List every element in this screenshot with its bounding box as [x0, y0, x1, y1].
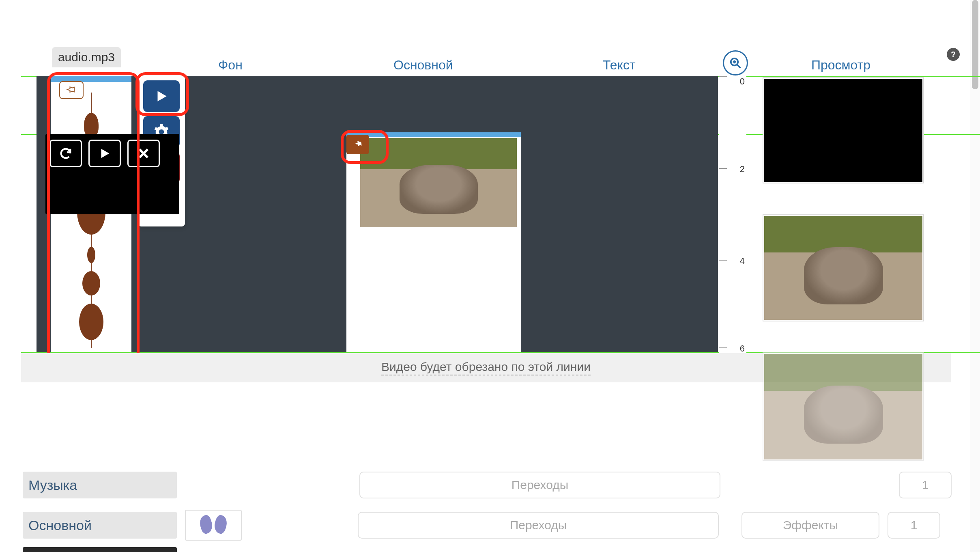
play-button[interactable]: [143, 80, 180, 112]
tab-audio[interactable]: audio.mp3: [52, 47, 121, 67]
pin-button-audio[interactable]: [59, 81, 84, 99]
preview-frame-1[interactable]: [763, 77, 924, 183]
column-header-background[interactable]: Фон: [218, 58, 243, 73]
main-track-clip[interactable]: [346, 132, 521, 352]
clip-thumbnail: [360, 138, 517, 227]
pin-button-main[interactable]: [346, 135, 369, 154]
transitions-button-main[interactable]: Переходы: [358, 512, 719, 539]
preview-frame-3[interactable]: [763, 352, 924, 461]
transitions-button-music[interactable]: Переходы: [359, 472, 720, 498]
time-ruler: 0 2 4 6 6.300: [719, 76, 746, 360]
effects-button-main[interactable]: Эффекты: [741, 512, 879, 539]
play-button-popup[interactable]: [88, 140, 121, 167]
time-tick: 4: [740, 256, 745, 266]
time-tick: 0: [740, 76, 745, 87]
close-button-popup[interactable]: [127, 140, 160, 167]
column-header-text[interactable]: Текст: [603, 58, 636, 73]
clip-context-menu: [45, 134, 179, 214]
preview-frame-2[interactable]: [763, 214, 924, 321]
track-label-music[interactable]: Музыка: [23, 472, 177, 498]
clip-thumbnail-small[interactable]: [185, 510, 242, 541]
help-button-top[interactable]: ?: [947, 48, 960, 61]
page-scrollbar[interactable]: [970, 0, 980, 552]
collapsed-track-bar[interactable]: [23, 547, 177, 552]
column-header-main[interactable]: Основной: [393, 58, 453, 73]
audio-track[interactable]: [51, 76, 131, 352]
track-label-main[interactable]: Основной: [23, 512, 177, 539]
refresh-button[interactable]: [49, 140, 82, 167]
column-header-preview: Просмотр: [811, 58, 870, 73]
time-tick: 6: [740, 343, 745, 354]
zoom-in-button[interactable]: [723, 50, 748, 75]
cut-line-message[interactable]: Видео будет обрезано по этой линии: [381, 360, 591, 375]
svg-line-1: [737, 65, 741, 68]
main-track-handle[interactable]: [346, 132, 521, 137]
track-count-music[interactable]: 1: [899, 472, 952, 498]
track-count-main[interactable]: 1: [888, 512, 940, 539]
time-tick: 2: [740, 164, 745, 175]
